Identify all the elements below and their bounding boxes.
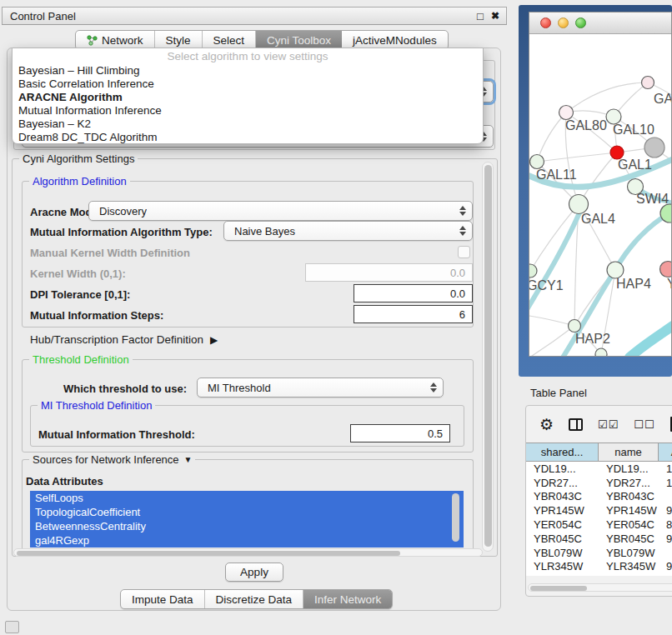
tab-style[interactable]: Style	[155, 31, 203, 49]
table-panel: ⚙ ☑☑ ☐☐ shared... name A YDL19...YDL19..…	[525, 405, 672, 597]
attributes-vscrollbar[interactable]	[452, 493, 459, 542]
combo-spinner-icon	[455, 206, 472, 216]
mi-type-label: Mutual Information Algorithm Type:	[30, 226, 213, 238]
manual-kernel-checkbox[interactable]	[458, 246, 470, 258]
dpi-tolerance-field[interactable]: 0.0	[354, 284, 473, 302]
close-panel-icon[interactable]: ✖	[491, 10, 499, 22]
tab-infer-network[interactable]: Infer Network	[303, 590, 392, 608]
control-panel-titlebar: Control Panel □ ✖	[2, 7, 507, 25]
tab-jactivemnodules[interactable]: jActiveMNodules	[342, 31, 448, 49]
table-row[interactable]: YBR045CYBR045C9.	[526, 532, 672, 546]
data-attributes-list[interactable]: SelfLoops TopologicalCoefficient Between…	[30, 491, 464, 548]
tab-network[interactable]: Network	[76, 31, 155, 49]
tab-discretize-data[interactable]: Discretize Data	[205, 590, 304, 608]
dropdown-item-selected[interactable]: ARACNE Algorithm	[13, 91, 483, 104]
which-threshold-label: Which threshold to use:	[63, 382, 187, 395]
attribute-item-selected[interactable]: gal4RGexp	[30, 533, 464, 548]
settings-vscrollbar[interactable]	[482, 162, 494, 552]
node-gray[interactable]	[644, 138, 664, 158]
table-row[interactable]: YBR043CYBR043C	[526, 490, 672, 504]
node-gal-top[interactable]	[642, 77, 654, 89]
sources-group-title[interactable]: Sources for Network Inference ▼	[29, 453, 195, 466]
node-label: Y	[667, 277, 672, 291]
network-icon	[87, 35, 98, 46]
gear-icon[interactable]: ⚙	[539, 415, 554, 434]
table-row[interactable]: YDL19...YDL19...13	[526, 462, 672, 476]
node-gal80[interactable]	[559, 106, 574, 120]
screen: Control Panel □ ✖ Network Style Select C…	[0, 0, 672, 635]
dropdown-item[interactable]: Dream8 DC_TDC Algorithm	[13, 131, 483, 144]
table-row[interactable]: YDR27...YDR27...12	[526, 476, 672, 490]
dropdown-item[interactable]: Basic Correlation Inference	[13, 78, 483, 91]
node-bottom[interactable]	[595, 348, 607, 357]
table-row[interactable]: YPR145WYPR145W9.	[526, 503, 672, 518]
network-canvas[interactable]: GAL GAL80 GAL10 GAL1 GAL11 SWI4 GAL4 GCY…	[529, 34, 672, 357]
column-header-a[interactable]: A	[659, 443, 672, 461]
minimize-window-icon[interactable]	[558, 18, 569, 28]
table-row[interactable]: YER054CYER054C8.	[526, 518, 672, 532]
zoom-window-icon[interactable]	[575, 18, 586, 28]
manual-kernel-label: Manual Kernel Width Definition	[30, 247, 190, 259]
which-threshold-combo[interactable]: MI Threshold	[197, 378, 444, 398]
dropdown-item[interactable]: Bayesian – Hill Climbing	[13, 64, 483, 78]
apply-button[interactable]: Apply	[225, 562, 283, 582]
node-label: GAL4	[581, 212, 615, 226]
attribute-item-selected[interactable]: BetweennessCentrality	[30, 519, 464, 533]
select-all-checkboxes-icon[interactable]: ☑☑	[598, 418, 619, 431]
float-panel-icon[interactable]: □	[477, 10, 484, 22]
kernel-width-label: Kernel Width (0,1):	[30, 268, 126, 280]
expander-right-icon: ▶	[210, 334, 218, 346]
node-label: HAP2	[575, 332, 610, 346]
deselect-all-checkboxes-icon[interactable]: ☐☐	[634, 418, 654, 431]
threshold-definition-title: Threshold Definition	[29, 353, 133, 366]
kernel-width-field[interactable]: 0.0	[305, 263, 473, 282]
control-panel-title: Control Panel	[3, 10, 76, 22]
column-header-sharedname[interactable]: shared...	[526, 443, 599, 461]
tab-cyni-toolbox[interactable]: Cyni Toolbox	[256, 31, 342, 49]
expander-down-icon: ▼	[184, 455, 193, 464]
algorithm-definition-title: Algorithm Definition	[29, 175, 130, 188]
tab-select[interactable]: Select	[203, 31, 257, 49]
node-label: GAL11	[536, 168, 577, 182]
attribute-item-selected[interactable]: TopologicalCoefficient	[30, 505, 464, 519]
node-hap2[interactable]	[569, 320, 581, 332]
table-hscrollbar[interactable]	[528, 583, 672, 592]
dropdown-item[interactable]: Mutual Information Inference	[13, 104, 483, 118]
columns-icon[interactable]	[569, 418, 583, 431]
node-label: GAL	[654, 92, 672, 106]
hub-definition-expander[interactable]: Hub/Transcription Factor Definition ▶	[30, 333, 218, 346]
mi-steps-field[interactable]: 6	[354, 305, 473, 323]
node-label: GCY1	[529, 278, 564, 292]
node-gcy1[interactable]	[529, 264, 537, 278]
dropdown-item[interactable]: Bayesian – K2	[13, 118, 483, 131]
dpi-tolerance-label: DPI Tolerance [0,1]:	[30, 288, 130, 301]
grip-widget[interactable]	[5, 621, 19, 633]
combo-spinner-icon	[455, 226, 472, 236]
node-salmon[interactable]	[660, 262, 672, 278]
column-header-name[interactable]: name	[599, 443, 659, 461]
table-row[interactable]: YLR345WYLR345W9.	[526, 560, 672, 574]
table-header-row: shared... name A	[526, 442, 672, 462]
close-window-icon[interactable]	[540, 18, 551, 28]
node-hap4[interactable]	[607, 262, 624, 278]
network-window: GAL GAL80 GAL10 GAL1 GAL11 SWI4 GAL4 GCY…	[529, 12, 672, 357]
mi-type-combo[interactable]: Naive Bayes	[223, 221, 473, 241]
mi-threshold-field[interactable]: 0.5	[350, 424, 450, 442]
attribute-item-selected[interactable]: SelfLoops	[30, 491, 464, 505]
aracne-mode-combo[interactable]: Discovery	[88, 201, 473, 221]
node-label: SWI4	[636, 192, 669, 206]
node-label: HAP4	[616, 277, 651, 291]
algorithm-dropdown-popup: Select algorithm to view settings Bayesi…	[12, 48, 484, 144]
data-attributes-label: Data Attributes	[26, 475, 103, 488]
network-window-titlebar	[529, 12, 671, 34]
node-gal11[interactable]	[530, 155, 544, 169]
table-panel-title: Table Panel	[530, 387, 587, 399]
mi-threshold-group-title: MI Threshold Definition	[38, 399, 155, 412]
table-row[interactable]: YBL079WYBL079W	[526, 546, 672, 560]
table-row[interactable]: YIL052CYIL052C9	[526, 573, 672, 576]
tab-impute-data[interactable]: Impute Data	[121, 590, 205, 608]
node-label: GAL80	[565, 118, 607, 132]
table-body[interactable]: YDL19...YDL19...13 YDR27...YDR27...12 YB…	[526, 462, 672, 576]
settings-hscrollbar[interactable]	[13, 548, 483, 557]
node-label: GAL10	[613, 122, 654, 137]
